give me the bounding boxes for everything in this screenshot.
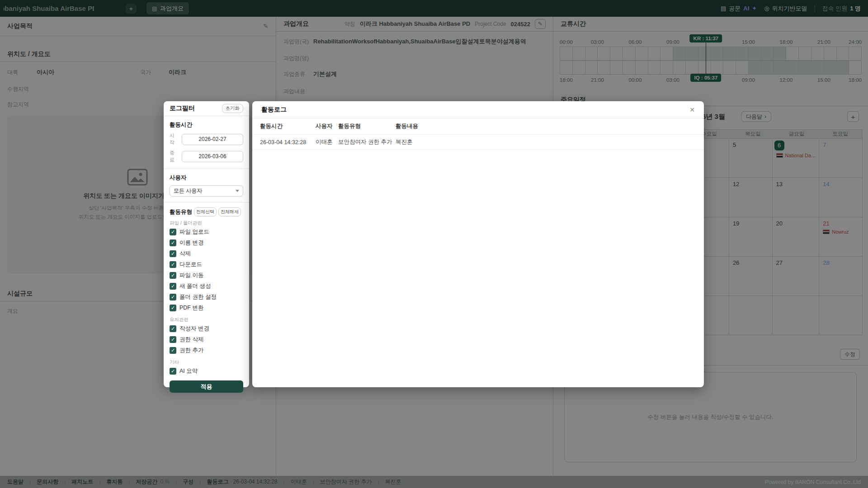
start-date-row: 시작 — [170, 132, 243, 146]
end-date-input[interactable] — [182, 151, 243, 162]
table-row[interactable]: 26-03-04 14:32:28이태훈보안참여자 권한 추가복진훈 — [252, 135, 704, 150]
activity-type-checkbox[interactable]: ✓다운로드 — [170, 259, 243, 270]
checkbox-checked-icon: ✓ — [170, 336, 176, 343]
checkbox-label: 권한 삭제 — [179, 336, 203, 343]
checkbox-label: 파일 이동 — [179, 272, 203, 279]
divider — [164, 169, 249, 169]
activity-type-row: 활동유형 전체선택 전체해제 — [170, 207, 243, 216]
log-filter-modal: 로그필터 초기화 활동시간 시작 종료 사용자 모든 사용자 활동유형 전체선택… — [164, 101, 249, 387]
checkbox-group-label: 기타 — [170, 359, 243, 366]
checkbox-checked-icon: ✓ — [170, 305, 176, 311]
checkbox-checked-icon: ✓ — [170, 294, 176, 300]
activity-type-checkbox[interactable]: ✓AI 요약 — [170, 366, 243, 376]
activity-type-checkbox[interactable]: ✓파일 업로드 — [170, 226, 243, 237]
column-header: 사용자 — [316, 122, 338, 130]
checkbox-label: 폴더 권한 설정 — [179, 293, 217, 301]
checkbox-label: 권한 추가 — [179, 347, 203, 354]
table-cell: 이태훈 — [316, 138, 338, 146]
activity-type-checkbox[interactable]: ✓작성자 변경 — [170, 323, 243, 334]
chevron-down-icon — [236, 190, 239, 192]
checkbox-checked-icon: ✓ — [170, 239, 176, 246]
deselect-all-button[interactable]: 전체해제 — [218, 207, 241, 216]
activity-time-title: 활동시간 — [170, 121, 243, 129]
checkbox-checked-icon: ✓ — [170, 261, 176, 268]
checkbox-checked-icon: ✓ — [170, 283, 176, 290]
checkbox-label: AI 요약 — [179, 367, 198, 375]
checkbox-label: 이름 변경 — [179, 239, 203, 247]
column-header: 활동내용 — [396, 122, 704, 130]
activity-log-modal: 활동로그 ✕ 활동시간사용자활동유형활동내용26-03-04 14:32:28이… — [252, 101, 704, 387]
activity-type-checkbox[interactable]: ✓파일 이동 — [170, 270, 243, 281]
activity-type-checkbox[interactable]: ✓권한 삭제 — [170, 334, 243, 345]
column-header: 활동유형 — [338, 122, 396, 130]
activity-type-checkbox[interactable]: ✓삭제 — [170, 248, 243, 259]
reset-button[interactable]: 초기화 — [222, 104, 244, 113]
table-header-row: 활동시간사용자활동유형활동내용 — [252, 118, 704, 135]
apply-button[interactable]: 적용 — [170, 380, 243, 393]
checkbox-group-label: 유저관련 — [170, 317, 243, 323]
activity-type-checkbox[interactable]: ✓권한 추가 — [170, 345, 243, 356]
divider — [164, 202, 249, 202]
log-modal-title: 활동로그 — [261, 106, 287, 114]
checkbox-checked-icon: ✓ — [170, 272, 176, 279]
user-select[interactable]: 모든 사용자 — [170, 185, 243, 197]
user-section-title: 사용자 — [170, 174, 243, 182]
table-cell: 26-03-04 14:32:28 — [260, 139, 316, 145]
activity-log-table: 활동시간사용자활동유형활동내용26-03-04 14:32:28이태훈보안참여자… — [252, 118, 704, 150]
checkbox-checked-icon: ✓ — [170, 368, 176, 375]
checkbox-checked-icon: ✓ — [170, 325, 176, 332]
close-icon[interactable]: ✕ — [689, 106, 695, 113]
activity-type-checkbox[interactable]: ✓폴더 권한 설정 — [170, 291, 243, 302]
activity-type-checkbox[interactable]: ✓PDF 변환 — [170, 302, 243, 313]
activity-type-groups: 파일 / 폴더관련✓파일 업로드✓이름 변경✓삭제✓다운로드✓파일 이동✓새 폴… — [170, 220, 243, 376]
checkbox-checked-icon: ✓ — [170, 250, 176, 257]
checkbox-label: 다운로드 — [179, 261, 202, 268]
checkbox-checked-icon: ✓ — [170, 347, 176, 354]
checkbox-label: 파일 업로드 — [179, 228, 209, 236]
table-cell: 복진훈 — [396, 138, 704, 146]
checkbox-group-label: 파일 / 폴더관련 — [170, 220, 243, 226]
activity-type-checkbox[interactable]: ✓새 폴더 생성 — [170, 281, 243, 291]
select-all-button[interactable]: 전체선택 — [194, 207, 217, 216]
log-modal-header: 활동로그 ✕ — [252, 101, 704, 118]
checkbox-label: PDF 변환 — [179, 304, 203, 312]
column-header: 활동시간 — [260, 122, 316, 130]
table-cell: 보안참여자 권한 추가 — [338, 138, 396, 146]
filter-modal-title: 로그필터 — [170, 104, 195, 113]
checkbox-checked-icon: ✓ — [170, 229, 176, 235]
end-date-row: 종료 — [170, 150, 243, 163]
start-date-input[interactable] — [182, 134, 243, 145]
checkbox-label: 새 폴더 생성 — [179, 282, 211, 290]
checkbox-label: 삭제 — [179, 250, 191, 258]
activity-type-checkbox[interactable]: ✓이름 변경 — [170, 237, 243, 248]
filter-modal-header: 로그필터 초기화 — [164, 101, 249, 116]
app-window: Habbaniyah Shuaiba AirBase PD + ▤ 과업개요 ▤… — [0, 0, 868, 488]
checkbox-label: 작성자 변경 — [179, 325, 209, 333]
